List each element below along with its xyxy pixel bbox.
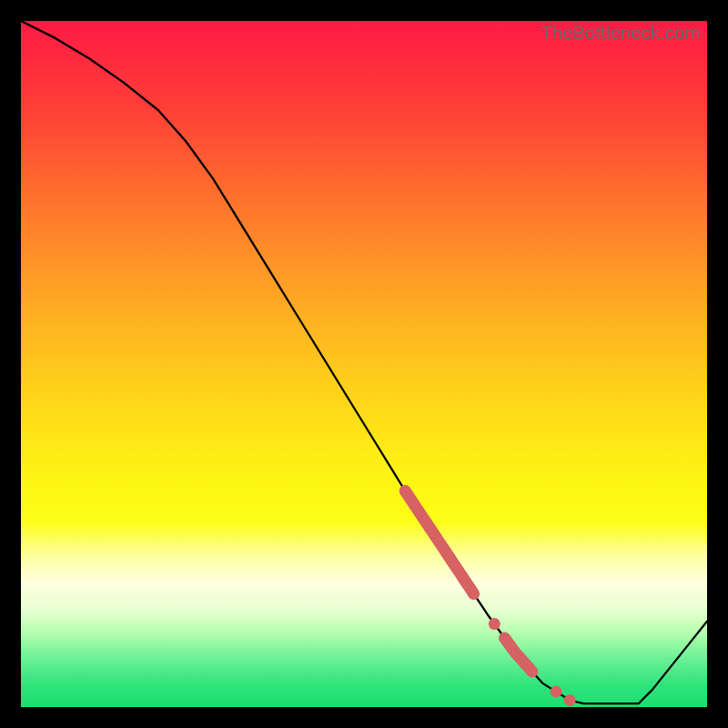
marker-segment [505, 638, 532, 672]
markers-group [405, 491, 576, 707]
plot-area: TheBottleneck.com [21, 21, 707, 707]
main-curve [21, 21, 707, 703]
chart-svg [21, 21, 707, 707]
marker-segment [405, 491, 473, 594]
marker-dot [551, 686, 562, 698]
marker-dot [489, 618, 500, 630]
curve-group [21, 21, 707, 703]
watermark-text: TheBottleneck.com [541, 23, 700, 44]
marker-dot [564, 694, 576, 706]
chart-frame: TheBottleneck.com [0, 0, 728, 728]
